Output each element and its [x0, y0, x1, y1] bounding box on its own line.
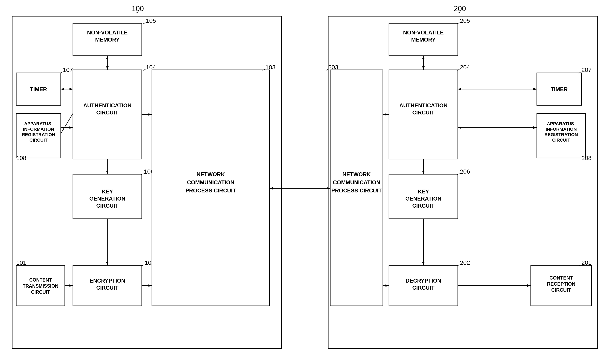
svg-text:NON-VOLATILE: NON-VOLATILE: [403, 30, 444, 36]
svg-marker-9: [106, 56, 109, 59]
diagram: 100 200 NON-VOLATILE MEMORY 105 AUTHENTI…: [0, 0, 611, 364]
svg-text:CIRCUIT: CIRCUIT: [96, 203, 118, 209]
ref-206: 206: [460, 168, 470, 175]
svg-marker-71: [533, 126, 537, 129]
svg-text:PROCESS CIRCUIT: PROCESS CIRCUIT: [185, 188, 236, 194]
svg-text:MEMORY: MEMORY: [95, 37, 120, 43]
circuit-diagram-svg: 100 200 NON-VOLATILE MEMORY 105 AUTHENTI…: [0, 0, 611, 364]
svg-marker-35: [106, 262, 109, 265]
svg-text:INFORMATION: INFORMATION: [546, 127, 577, 132]
ref-107: 107: [63, 66, 73, 73]
svg-text:COMMUNICATION: COMMUNICATION: [333, 180, 380, 185]
svg-marker-41: [69, 284, 73, 287]
svg-text:GENERATION: GENERATION: [89, 196, 125, 202]
svg-marker-88: [527, 284, 531, 287]
ref-101: 101: [16, 259, 26, 266]
svg-text:NETWORK: NETWORK: [196, 171, 225, 177]
svg-text:CONTENT: CONTENT: [549, 275, 573, 281]
svg-text:RECEPTION: RECEPTION: [547, 281, 575, 287]
svg-text:CIRCUIT: CIRCUIT: [96, 110, 118, 116]
svg-text:APPARATUS-: APPARATUS-: [24, 121, 53, 126]
svg-text:MEMORY: MEMORY: [411, 37, 436, 43]
svg-text:CIRCUIT: CIRCUIT: [96, 285, 118, 291]
svg-text:PROCESS CIRCUIT: PROCESS CIRCUIT: [331, 188, 382, 194]
svg-marker-57: [422, 56, 425, 59]
ref-103: 103: [265, 64, 275, 70]
svg-text:COMMUNICATION: COMMUNICATION: [187, 180, 234, 185]
svg-text:NON-VOLATILE: NON-VOLATILE: [87, 30, 128, 36]
svg-text:TIMER: TIMER: [30, 86, 47, 92]
ref-105: 105: [146, 17, 156, 24]
svg-text:CIRCUIT: CIRCUIT: [552, 138, 570, 143]
left-system-ref: 100: [132, 4, 144, 13]
svg-text:GENERATION: GENERATION: [405, 196, 442, 202]
svg-text:TRANSMISSION: TRANSMISSION: [23, 283, 58, 289]
ref-207: 207: [581, 66, 592, 73]
ref-208: 208: [581, 155, 592, 161]
svg-marker-30: [106, 171, 109, 174]
svg-marker-49: [148, 284, 152, 287]
svg-text:REGISTRATION: REGISTRATION: [545, 132, 578, 137]
ref-104: 104: [146, 64, 156, 70]
svg-text:CIRCUIT: CIRCUIT: [29, 138, 48, 143]
svg-text:AUTHENTICATION: AUTHENTICATION: [83, 103, 131, 109]
ref-201: 201: [581, 259, 592, 266]
svg-marker-62: [458, 88, 461, 90]
svg-text:CONTENT: CONTENT: [29, 277, 52, 283]
svg-text:KEY: KEY: [418, 189, 429, 195]
svg-text:DECRYPTION: DECRYPTION: [406, 278, 441, 284]
svg-marker-96: [386, 284, 389, 287]
svg-marker-14: [61, 88, 64, 90]
svg-text:ENCRYPTION: ENCRYPTION: [90, 278, 125, 284]
ref-108: 108: [16, 155, 26, 161]
svg-marker-58: [422, 66, 425, 70]
svg-marker-63: [533, 88, 537, 90]
ref-204: 204: [460, 64, 470, 70]
svg-marker-98: [269, 187, 273, 190]
svg-text:APPARATUS-: APPARATUS-: [547, 121, 575, 126]
svg-marker-24: [69, 126, 73, 129]
svg-text:REGISTRATION: REGISTRATION: [22, 132, 55, 137]
svg-text:KEY: KEY: [102, 189, 113, 195]
svg-text:CIRCUIT: CIRCUIT: [31, 289, 50, 295]
svg-line-21: [61, 113, 73, 134]
svg-marker-94: [383, 113, 386, 116]
svg-text:INFORMATION: INFORMATION: [23, 127, 54, 132]
svg-text:NETWORK: NETWORK: [342, 171, 371, 177]
svg-text:CIRCUIT: CIRCUIT: [412, 203, 435, 209]
svg-marker-15: [69, 88, 73, 90]
ref-203: 203: [328, 64, 338, 70]
ref-205: 205: [460, 17, 470, 24]
svg-marker-77: [422, 171, 425, 174]
svg-marker-47: [148, 113, 152, 116]
svg-marker-70: [458, 126, 461, 129]
svg-marker-23: [61, 126, 64, 129]
svg-marker-10: [106, 66, 109, 70]
svg-marker-82: [422, 262, 425, 265]
svg-text:AUTHENTICATION: AUTHENTICATION: [399, 103, 447, 109]
right-system-ref: 200: [454, 4, 466, 13]
svg-text:CIRCUIT: CIRCUIT: [412, 285, 435, 291]
svg-text:CIRCUIT: CIRCUIT: [412, 110, 435, 116]
ref-202: 202: [460, 259, 470, 266]
svg-text:TIMER: TIMER: [551, 86, 568, 92]
svg-text:CIRCUIT: CIRCUIT: [551, 287, 571, 293]
